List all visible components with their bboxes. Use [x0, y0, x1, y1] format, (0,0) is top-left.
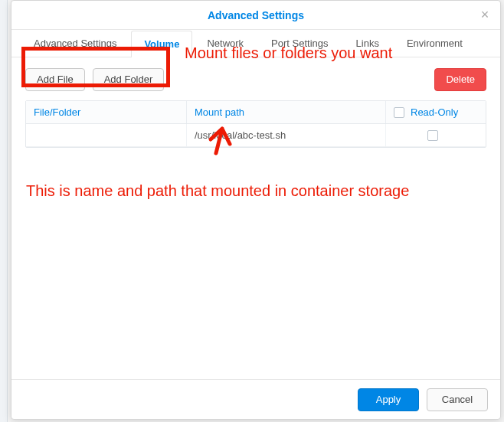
toolbar: Add File Add Folder Delete [25, 68, 486, 91]
background-strip [0, 0, 8, 422]
tab-environment[interactable]: Environment [394, 30, 476, 57]
col-header-readonly[interactable]: Read-Only [386, 101, 486, 123]
advanced-settings-dialog: Advanced Settings × Advanced Settings Vo… [11, 0, 501, 420]
cell-mount[interactable]: /usr/local/abc-test.sh [187, 124, 386, 146]
apply-button[interactable]: Apply [358, 388, 419, 411]
dialog-header: Advanced Settings × [11, 1, 500, 30]
grid-header-row: File/Folder Mount path Read-Only [26, 101, 486, 124]
tab-network[interactable]: Network [194, 30, 257, 57]
cell-readonly[interactable] [386, 124, 486, 146]
dialog-title: Advanced Settings [208, 9, 304, 21]
tab-port-settings[interactable]: Port Settings [258, 30, 341, 57]
cancel-button[interactable]: Cancel [427, 388, 488, 411]
readonly-checkbox[interactable] [427, 130, 438, 141]
table-row[interactable]: /usr/local/abc-test.sh [26, 124, 486, 147]
tab-volume[interactable]: Volume [131, 31, 192, 57]
add-folder-button[interactable]: Add Folder [93, 68, 165, 91]
delete-button[interactable]: Delete [434, 68, 486, 91]
dialog-body: Add File Add Folder Delete File/Folder M… [11, 57, 500, 379]
volume-grid: File/Folder Mount path Read-Only /usr/lo… [25, 100, 486, 148]
col-header-file[interactable]: File/Folder [26, 101, 187, 123]
add-file-button[interactable]: Add File [25, 68, 85, 91]
tab-bar: Advanced Settings Volume Network Port Se… [11, 30, 500, 57]
col-header-mount[interactable]: Mount path [187, 101, 386, 123]
tab-advanced-settings[interactable]: Advanced Settings [21, 30, 129, 57]
close-icon[interactable]: × [477, 7, 493, 22]
readonly-header-label: Read-Only [411, 106, 458, 118]
readonly-header-checkbox[interactable] [394, 107, 404, 118]
tab-links[interactable]: Links [343, 30, 392, 57]
cell-file[interactable] [26, 124, 187, 146]
dialog-footer: Apply Cancel [11, 379, 500, 419]
